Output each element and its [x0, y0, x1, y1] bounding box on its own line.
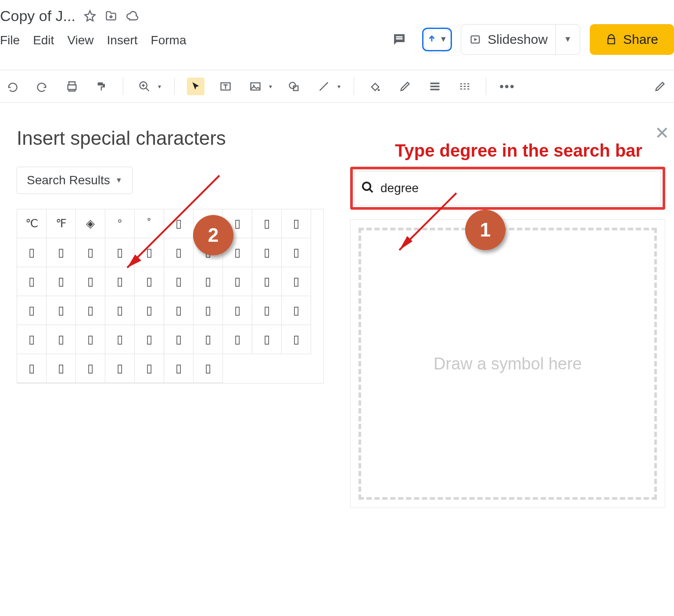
character-cell[interactable]: ▯: [47, 325, 76, 354]
character-cell[interactable]: ▯: [105, 325, 135, 354]
share-button[interactable]: Share: [590, 24, 674, 55]
border-dash-icon[interactable]: [456, 78, 473, 95]
svg-point-7: [378, 89, 380, 91]
paint-format-icon[interactable]: [93, 78, 111, 95]
comments-icon[interactable]: [385, 25, 413, 54]
character-cell[interactable]: ▯: [164, 325, 194, 354]
move-to-folder-icon[interactable]: [104, 9, 118, 22]
chevron-down-icon: ▼: [564, 35, 572, 44]
search-icon: [361, 181, 374, 196]
draw-placeholder: Draw a symbol here: [434, 355, 582, 373]
character-cell[interactable]: ▯: [17, 296, 47, 325]
character-cell[interactable]: ▯: [17, 267, 47, 296]
slideshow-label: Slideshow: [488, 32, 548, 47]
more-tools-icon[interactable]: •••: [498, 78, 516, 95]
character-cell[interactable]: ▯: [47, 267, 76, 296]
menu-format[interactable]: Forma: [151, 33, 186, 47]
draw-symbol-area[interactable]: Draw a symbol here: [359, 228, 657, 500]
character-cell[interactable]: ▯: [17, 354, 47, 383]
character-cell[interactable]: ▯: [252, 296, 282, 325]
slideshow-dropdown[interactable]: ▼: [556, 24, 580, 55]
character-cell[interactable]: ℃: [17, 209, 47, 238]
zoom-icon[interactable]: [136, 78, 153, 95]
character-cell[interactable]: ▯: [164, 296, 194, 325]
character-cell[interactable]: ▯: [76, 238, 105, 267]
character-cell[interactable]: ▯: [223, 296, 252, 325]
character-cell[interactable]: ℉: [47, 209, 76, 238]
character-cell[interactable]: ▯: [76, 325, 105, 354]
character-cell[interactable]: ▯: [282, 238, 311, 267]
select-tool-icon[interactable]: [187, 78, 204, 95]
character-cell: [282, 354, 311, 383]
character-cell[interactable]: ▯: [252, 325, 282, 354]
character-cell[interactable]: ▯: [194, 296, 223, 325]
character-cell[interactable]: ▯: [17, 325, 47, 354]
toolbar: •••: [0, 70, 674, 103]
menu-insert[interactable]: Insert: [107, 33, 138, 47]
border-weight-icon[interactable]: [426, 78, 444, 95]
character-cell[interactable]: ▯: [47, 296, 76, 325]
annotation-arrow-2: [114, 167, 228, 281]
document-title[interactable]: Copy of J...: [0, 7, 75, 25]
character-cell[interactable]: ▯: [164, 354, 194, 383]
character-cell[interactable]: ▯: [47, 354, 76, 383]
menu-edit[interactable]: Edit: [33, 33, 54, 47]
character-cell[interactable]: ▯: [105, 296, 135, 325]
character-cell[interactable]: ▯: [135, 354, 164, 383]
character-cell[interactable]: ▯: [105, 354, 135, 383]
svg-point-8: [363, 183, 371, 190]
special-characters-dialog: ✕ Insert special characters Search Resul…: [8, 118, 674, 614]
menu-file[interactable]: File: [0, 33, 20, 47]
character-cell[interactable]: ▯: [252, 267, 282, 296]
line-icon[interactable]: [315, 78, 333, 95]
menu-bar: File Edit View Insert Forma: [0, 28, 237, 47]
annotation-text: Type degree in the search bar: [395, 140, 642, 161]
character-cell: [223, 354, 252, 383]
print-icon[interactable]: [63, 78, 81, 95]
character-cell[interactable]: ▯: [76, 267, 105, 296]
star-icon[interactable]: [83, 9, 97, 22]
annotation-badge-1: 1: [465, 210, 506, 250]
character-cell[interactable]: ▯: [47, 238, 76, 267]
dropdown-label: Search Results: [27, 173, 110, 187]
character-cell[interactable]: ▯: [282, 296, 311, 325]
character-cell[interactable]: ▯: [76, 296, 105, 325]
cloud-status-icon[interactable]: [125, 9, 139, 22]
character-cell[interactable]: ▯: [252, 209, 282, 238]
undo-icon[interactable]: [4, 78, 21, 95]
annotation-arrow-1: [382, 189, 470, 263]
character-cell[interactable]: ▯: [194, 354, 223, 383]
character-cell[interactable]: ▯: [194, 325, 223, 354]
border-color-icon[interactable]: [396, 78, 414, 95]
chevron-down-icon: ▼: [439, 35, 447, 44]
fill-color-icon[interactable]: [366, 78, 384, 95]
character-cell[interactable]: ▯: [223, 325, 252, 354]
character-cell[interactable]: ◈: [76, 209, 105, 238]
share-label: Share: [623, 32, 658, 47]
character-cell[interactable]: ▯: [282, 267, 311, 296]
character-cell[interactable]: ▯: [135, 296, 164, 325]
character-cell[interactable]: ▯: [282, 209, 311, 238]
character-cell: [252, 354, 282, 383]
shape-icon[interactable]: [285, 78, 303, 95]
edit-mode-icon[interactable]: [651, 78, 669, 95]
close-icon[interactable]: ✕: [655, 123, 670, 143]
svg-rect-3: [251, 82, 260, 90]
arrow-up-icon: [427, 34, 437, 45]
character-cell[interactable]: ▯: [17, 238, 47, 267]
image-icon[interactable]: [247, 78, 264, 95]
slideshow-button[interactable]: Slideshow ▼: [461, 24, 580, 55]
character-cell[interactable]: ▯: [282, 325, 311, 354]
character-cell[interactable]: ▯: [135, 325, 164, 354]
redo-icon[interactable]: [33, 78, 51, 95]
svg-line-11: [127, 175, 219, 268]
textbox-icon[interactable]: [217, 78, 234, 95]
present-up-button[interactable]: ▼: [423, 25, 451, 54]
menu-view[interactable]: View: [67, 33, 93, 47]
character-cell[interactable]: ▯: [76, 354, 105, 383]
character-cell[interactable]: ▯: [252, 238, 282, 267]
